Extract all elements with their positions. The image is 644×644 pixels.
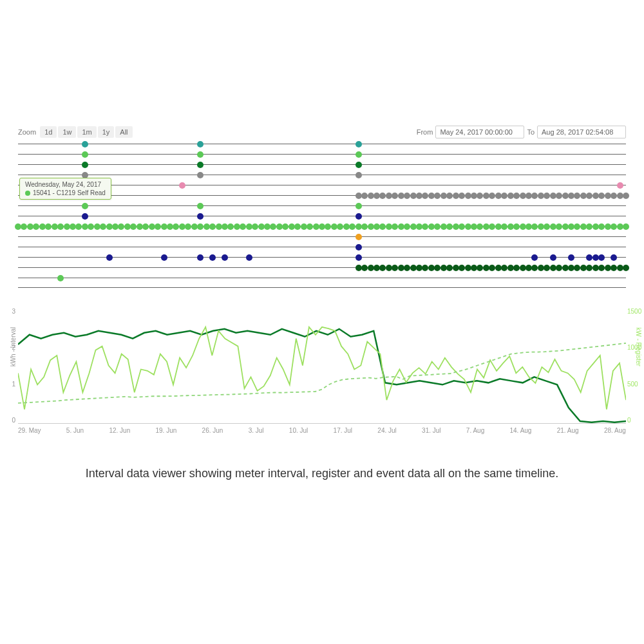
zoom-1w-button[interactable]: 1w: [58, 126, 76, 138]
event-dot[interactable]: [355, 213, 362, 220]
event-dot[interactable]: [179, 182, 185, 189]
event-dot[interactable]: [197, 141, 204, 147]
event-row: [18, 278, 626, 288]
event-dot[interactable]: [246, 254, 252, 261]
event-dot[interactable]: [209, 254, 216, 261]
event-dot[interactable]: [355, 234, 362, 240]
tooltip-date: Wednesday, May 24, 2017: [25, 181, 106, 188]
tooltip-dot-icon: [25, 191, 30, 196]
event-timeline-chart[interactable]: Wednesday, May 24, 2017 15041 - C1219 Se…: [0, 144, 644, 285]
tooltip: Wednesday, May 24, 2017 15041 - C1219 Se…: [19, 178, 111, 200]
event-dot[interactable]: [598, 254, 605, 261]
event-row: [18, 144, 626, 154]
event-row: [18, 205, 626, 216]
event-dot[interactable]: [82, 162, 88, 168]
from-date-input[interactable]: [435, 126, 524, 138]
event-dot[interactable]: [617, 182, 623, 189]
event-dot[interactable]: [197, 162, 204, 168]
event-dot[interactable]: [82, 203, 88, 209]
event-dot[interactable]: [57, 275, 64, 281]
event-dot[interactable]: [623, 223, 629, 230]
event-dot[interactable]: [355, 244, 362, 251]
event-row: [18, 154, 626, 164]
event-dot[interactable]: [550, 254, 556, 261]
event-dot[interactable]: [568, 254, 574, 261]
event-dot[interactable]: [197, 213, 204, 220]
event-row: [18, 164, 626, 175]
x-axis: 29. May5. Jun12. Jun19. Jun26. Jun3. Jul…: [18, 427, 626, 434]
event-dot[interactable]: [611, 254, 617, 261]
event-dot[interactable]: [531, 254, 538, 261]
event-dot[interactable]: [197, 172, 204, 178]
plot-area: [18, 308, 626, 424]
y-axis-left: 3210: [4, 308, 15, 424]
event-dot[interactable]: [623, 193, 629, 199]
event-dot[interactable]: [197, 151, 204, 158]
event-dot[interactable]: [355, 203, 362, 209]
chart-controls: Zoom 1d 1w 1m 1y All From To: [0, 126, 644, 144]
event-row: [18, 226, 626, 236]
event-row: [18, 267, 626, 278]
event-dot[interactable]: [355, 141, 362, 147]
from-label: From: [417, 128, 433, 136]
caption: Interval data viewer showing meter inter…: [0, 466, 644, 482]
event-dot[interactable]: [82, 141, 88, 147]
event-dot[interactable]: [82, 151, 88, 158]
event-dot[interactable]: [82, 213, 88, 220]
to-date-input[interactable]: [537, 126, 626, 138]
event-dot[interactable]: [197, 254, 204, 261]
zoom-1d-button[interactable]: 1d: [40, 126, 57, 138]
event-dot[interactable]: [355, 172, 362, 178]
event-dot[interactable]: [161, 254, 167, 261]
zoom-1m-button[interactable]: 1m: [77, 126, 96, 138]
event-dot[interactable]: [222, 254, 228, 261]
event-row: [18, 236, 626, 247]
event-dot[interactable]: [355, 151, 362, 158]
zoom-label: Zoom: [18, 128, 36, 136]
zoom-all-button[interactable]: All: [115, 126, 132, 138]
line-chart[interactable]: kWh - Interval kW - Register 3210 150010…: [18, 308, 626, 450]
event-dot[interactable]: [106, 254, 113, 261]
event-dot[interactable]: [197, 203, 204, 209]
zoom-1y-button[interactable]: 1y: [98, 126, 115, 138]
to-label: To: [527, 128, 535, 136]
event-dot[interactable]: [623, 265, 629, 271]
y-axis-right: 150010005000: [627, 308, 644, 424]
event-dot[interactable]: [355, 254, 362, 261]
tooltip-item-label: 15041 - C1219 Self Read: [33, 189, 106, 196]
event-dot[interactable]: [355, 162, 362, 168]
